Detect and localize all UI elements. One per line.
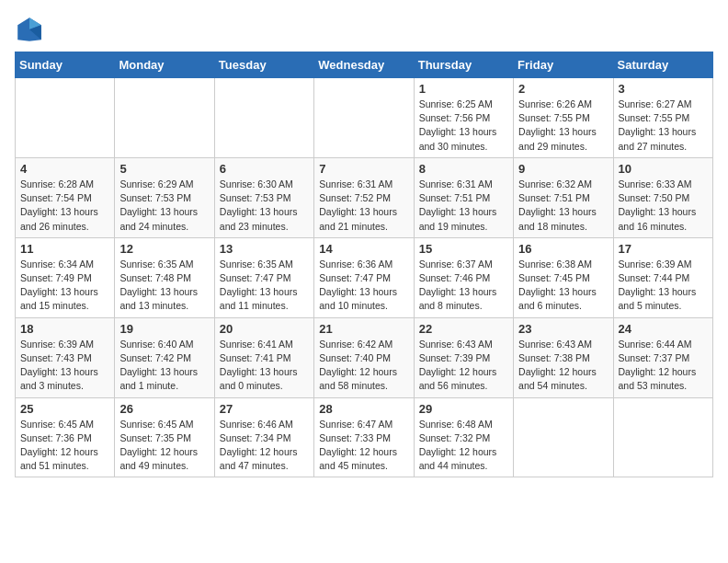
day-info: Sunrise: 6:39 AM Sunset: 7:43 PM Dayligh… — [20, 338, 109, 394]
calendar-cell: 3Sunrise: 6:27 AM Sunset: 7:55 PM Daylig… — [613, 78, 712, 158]
day-info: Sunrise: 6:44 AM Sunset: 7:37 PM Dayligh… — [619, 338, 708, 394]
day-number: 15 — [419, 242, 508, 256]
day-info: Sunrise: 6:32 AM Sunset: 7:51 PM Dayligh… — [518, 178, 608, 234]
col-header-friday: Friday — [514, 52, 613, 78]
day-number: 18 — [20, 322, 109, 336]
day-info: Sunrise: 6:39 AM Sunset: 7:44 PM Dayligh… — [619, 258, 708, 314]
col-header-saturday: Saturday — [613, 52, 712, 78]
calendar-cell: 16Sunrise: 6:38 AM Sunset: 7:45 PM Dayli… — [514, 237, 613, 317]
calendar-cell: 26Sunrise: 6:45 AM Sunset: 7:35 PM Dayli… — [115, 397, 214, 477]
day-number: 10 — [619, 162, 708, 176]
day-info: Sunrise: 6:41 AM Sunset: 7:41 PM Dayligh… — [220, 338, 309, 394]
header — [15, 15, 713, 44]
calendar-cell: 22Sunrise: 6:43 AM Sunset: 7:39 PM Dayli… — [414, 317, 513, 397]
calendar-cell: 10Sunrise: 6:33 AM Sunset: 7:50 PM Dayli… — [613, 157, 712, 237]
day-number: 25 — [20, 402, 109, 416]
day-number: 16 — [518, 242, 608, 256]
logo — [15, 15, 48, 44]
col-header-thursday: Thursday — [414, 52, 513, 78]
day-number: 28 — [319, 402, 408, 416]
calendar-cell: 23Sunrise: 6:43 AM Sunset: 7:38 PM Dayli… — [514, 317, 613, 397]
day-number: 6 — [220, 162, 309, 176]
calendar-cell: 24Sunrise: 6:44 AM Sunset: 7:37 PM Dayli… — [613, 317, 712, 397]
day-info: Sunrise: 6:43 AM Sunset: 7:39 PM Dayligh… — [419, 338, 508, 394]
day-number: 8 — [419, 162, 508, 176]
day-number: 19 — [119, 322, 209, 336]
logo-icon — [15, 15, 44, 44]
calendar-cell: 25Sunrise: 6:45 AM Sunset: 7:36 PM Dayli… — [16, 397, 115, 477]
day-info: Sunrise: 6:45 AM Sunset: 7:35 PM Dayligh… — [119, 418, 209, 474]
col-header-monday: Monday — [115, 52, 214, 78]
calendar-cell — [613, 397, 712, 477]
day-info: Sunrise: 6:33 AM Sunset: 7:50 PM Dayligh… — [619, 178, 708, 234]
day-info: Sunrise: 6:28 AM Sunset: 7:54 PM Dayligh… — [20, 178, 109, 234]
day-info: Sunrise: 6:45 AM Sunset: 7:36 PM Dayligh… — [20, 418, 109, 474]
col-header-sunday: Sunday — [16, 52, 115, 78]
calendar-cell — [214, 78, 313, 158]
day-info: Sunrise: 6:43 AM Sunset: 7:38 PM Dayligh… — [518, 338, 608, 394]
day-info: Sunrise: 6:25 AM Sunset: 7:56 PM Dayligh… — [419, 98, 508, 154]
calendar-cell: 9Sunrise: 6:32 AM Sunset: 7:51 PM Daylig… — [514, 157, 613, 237]
day-info: Sunrise: 6:30 AM Sunset: 7:53 PM Dayligh… — [220, 178, 309, 234]
calendar-cell: 27Sunrise: 6:46 AM Sunset: 7:34 PM Dayli… — [214, 397, 313, 477]
day-number: 1 — [419, 82, 508, 96]
day-number: 14 — [319, 242, 408, 256]
calendar-cell: 2Sunrise: 6:26 AM Sunset: 7:55 PM Daylig… — [514, 78, 613, 158]
day-info: Sunrise: 6:35 AM Sunset: 7:48 PM Dayligh… — [119, 258, 209, 314]
calendar-cell: 18Sunrise: 6:39 AM Sunset: 7:43 PM Dayli… — [16, 317, 115, 397]
day-number: 29 — [419, 402, 508, 416]
day-info: Sunrise: 6:27 AM Sunset: 7:55 PM Dayligh… — [619, 98, 708, 154]
calendar-cell: 15Sunrise: 6:37 AM Sunset: 7:46 PM Dayli… — [414, 237, 513, 317]
calendar-cell: 29Sunrise: 6:48 AM Sunset: 7:32 PM Dayli… — [414, 397, 513, 477]
calendar-cell: 4Sunrise: 6:28 AM Sunset: 7:54 PM Daylig… — [16, 157, 115, 237]
day-info: Sunrise: 6:46 AM Sunset: 7:34 PM Dayligh… — [220, 418, 309, 474]
day-number: 4 — [20, 162, 109, 176]
day-info: Sunrise: 6:26 AM Sunset: 7:55 PM Dayligh… — [518, 98, 608, 154]
calendar-cell: 17Sunrise: 6:39 AM Sunset: 7:44 PM Dayli… — [613, 237, 712, 317]
day-info: Sunrise: 6:47 AM Sunset: 7:33 PM Dayligh… — [319, 418, 408, 474]
day-info: Sunrise: 6:42 AM Sunset: 7:40 PM Dayligh… — [319, 338, 408, 394]
calendar-cell: 21Sunrise: 6:42 AM Sunset: 7:40 PM Dayli… — [314, 317, 414, 397]
day-number: 3 — [619, 82, 708, 96]
day-number: 5 — [119, 162, 209, 176]
calendar-cell — [115, 78, 214, 158]
day-number: 9 — [518, 162, 608, 176]
day-number: 21 — [319, 322, 408, 336]
day-info: Sunrise: 6:40 AM Sunset: 7:42 PM Dayligh… — [119, 338, 209, 394]
day-info: Sunrise: 6:34 AM Sunset: 7:49 PM Dayligh… — [20, 258, 109, 314]
day-number: 11 — [20, 242, 109, 256]
calendar-cell: 8Sunrise: 6:31 AM Sunset: 7:51 PM Daylig… — [414, 157, 513, 237]
calendar-cell — [16, 78, 115, 158]
day-number: 17 — [619, 242, 708, 256]
day-number: 13 — [220, 242, 309, 256]
col-header-wednesday: Wednesday — [314, 52, 414, 78]
calendar-cell: 13Sunrise: 6:35 AM Sunset: 7:47 PM Dayli… — [214, 237, 313, 317]
day-number: 26 — [119, 402, 209, 416]
day-number: 22 — [419, 322, 508, 336]
day-info: Sunrise: 6:48 AM Sunset: 7:32 PM Dayligh… — [419, 418, 508, 474]
calendar-cell: 5Sunrise: 6:29 AM Sunset: 7:53 PM Daylig… — [115, 157, 214, 237]
day-info: Sunrise: 6:31 AM Sunset: 7:52 PM Dayligh… — [319, 178, 408, 234]
day-number: 20 — [220, 322, 309, 336]
calendar-cell: 19Sunrise: 6:40 AM Sunset: 7:42 PM Dayli… — [115, 317, 214, 397]
calendar: SundayMondayTuesdayWednesdayThursdayFrid… — [15, 52, 713, 477]
day-number: 7 — [319, 162, 408, 176]
calendar-cell: 14Sunrise: 6:36 AM Sunset: 7:47 PM Dayli… — [314, 237, 414, 317]
day-number: 27 — [220, 402, 309, 416]
col-header-tuesday: Tuesday — [214, 52, 313, 78]
day-info: Sunrise: 6:31 AM Sunset: 7:51 PM Dayligh… — [419, 178, 508, 234]
day-info: Sunrise: 6:35 AM Sunset: 7:47 PM Dayligh… — [220, 258, 309, 314]
calendar-cell: 6Sunrise: 6:30 AM Sunset: 7:53 PM Daylig… — [214, 157, 313, 237]
day-number: 24 — [619, 322, 708, 336]
day-info: Sunrise: 6:29 AM Sunset: 7:53 PM Dayligh… — [119, 178, 209, 234]
calendar-cell: 20Sunrise: 6:41 AM Sunset: 7:41 PM Dayli… — [214, 317, 313, 397]
day-number: 12 — [119, 242, 209, 256]
calendar-cell: 11Sunrise: 6:34 AM Sunset: 7:49 PM Dayli… — [16, 237, 115, 317]
calendar-cell: 1Sunrise: 6:25 AM Sunset: 7:56 PM Daylig… — [414, 78, 513, 158]
calendar-cell: 28Sunrise: 6:47 AM Sunset: 7:33 PM Dayli… — [314, 397, 414, 477]
calendar-cell: 7Sunrise: 6:31 AM Sunset: 7:52 PM Daylig… — [314, 157, 414, 237]
calendar-cell — [314, 78, 414, 158]
day-info: Sunrise: 6:36 AM Sunset: 7:47 PM Dayligh… — [319, 258, 408, 314]
day-info: Sunrise: 6:37 AM Sunset: 7:46 PM Dayligh… — [419, 258, 508, 314]
calendar-cell: 12Sunrise: 6:35 AM Sunset: 7:48 PM Dayli… — [115, 237, 214, 317]
